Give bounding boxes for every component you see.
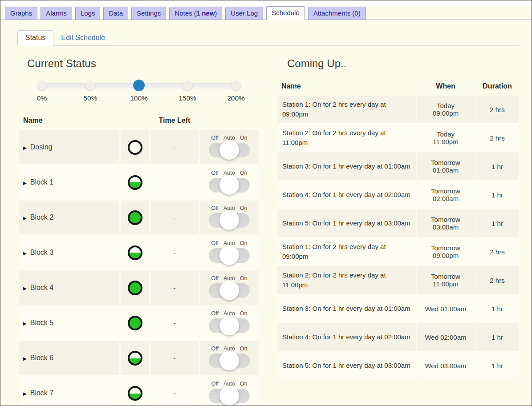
slider-stop-150[interactable] (183, 80, 192, 90)
time-left-cell: - (150, 165, 199, 199)
status-row-name-cell[interactable]: ▶Block 7 (19, 376, 119, 406)
toggle-cell: OffAutoOn (200, 201, 259, 234)
toggle-knob-auto[interactable] (219, 140, 239, 160)
status-row-name-cell[interactable]: ▶Block 1 (19, 165, 119, 199)
slider-stop-0[interactable] (37, 80, 47, 90)
status-row-name: Block 2 (30, 213, 53, 221)
time-left-cell: - (150, 201, 199, 234)
toggle-knob-auto[interactable] (219, 386, 239, 406)
status-row-name-cell[interactable]: ▶Dosing (19, 130, 119, 164)
when-line: Wed 01:00am (417, 305, 475, 313)
tab-logs[interactable]: Logs (75, 7, 101, 20)
slider-stop-100[interactable] (133, 80, 145, 91)
subtab-edit-schedule[interactable]: Edit Schedule (53, 31, 113, 45)
toggle-switch[interactable] (209, 143, 250, 157)
toggle-off-label[interactable]: Off (211, 135, 219, 141)
expand-arrow-icon[interactable]: ▶ (23, 356, 27, 361)
toggle-control: OffAutoOn (206, 381, 252, 403)
expand-arrow-icon[interactable]: ▶ (23, 181, 27, 185)
status-row-name-cell[interactable]: ▶Block 6 (19, 341, 119, 375)
toggle-switch[interactable] (209, 213, 250, 228)
when-line: 09:00pm (417, 252, 475, 259)
status-row-name-cell[interactable]: ▶Block 3 (19, 236, 119, 269)
time-left-cell: - (150, 130, 199, 164)
status-row: ▶Block 3-OffAutoOn (19, 236, 259, 269)
toggle-on-label[interactable]: On (240, 310, 248, 317)
toggle-knob-auto[interactable] (219, 351, 239, 370)
toggle-switch[interactable] (209, 318, 250, 333)
toggle-on-label[interactable]: On (240, 381, 248, 387)
status-indicator-full (128, 281, 142, 295)
expand-arrow-icon[interactable]: ▶ (23, 145, 27, 150)
status-slider[interactable]: 0%50%100%150%200% (37, 80, 241, 106)
status-indicator-half (128, 351, 142, 366)
toggle-off-label[interactable]: Off (211, 346, 219, 352)
toggle-knob-auto[interactable] (219, 281, 239, 300)
coming-up-name: Station 2: On for 2 hrs every day at 11:… (277, 124, 416, 152)
toggle-control: OffAutoOn (206, 346, 252, 368)
toggle-knob-auto[interactable] (219, 316, 239, 335)
toggle-cell: OffAutoOn (200, 165, 259, 199)
expand-arrow-icon[interactable]: ▶ (23, 391, 27, 396)
toggle-knob-auto[interactable] (219, 245, 239, 265)
toggle-switch[interactable] (209, 389, 250, 403)
toggle-knob-auto[interactable] (219, 210, 239, 230)
tab-attachments-0[interactable]: Attachments (0) (308, 7, 366, 20)
expand-arrow-icon[interactable]: ▶ (23, 216, 27, 221)
tab-user-log[interactable]: User Log (225, 7, 263, 20)
toggle-off-label[interactable]: Off (211, 170, 219, 176)
toggle-cell: OffAutoOn (200, 271, 259, 305)
status-row-name-cell[interactable]: ▶Block 4 (19, 271, 119, 305)
when-line: 01:00am (417, 166, 475, 174)
tab-label: Graphs (10, 9, 32, 17)
coming-up-name: Station 1: On for 2 hrs every day at 09:… (277, 96, 416, 123)
toggle-switch[interactable] (209, 248, 250, 263)
expand-arrow-icon[interactable]: ▶ (23, 251, 27, 256)
toggle-control: OffAutoOn (206, 275, 252, 298)
toggle-off-label[interactable]: Off (211, 240, 219, 246)
status-header-indicator (121, 112, 149, 129)
toggle-on-label[interactable]: On (240, 240, 248, 246)
status-indicator-empty (128, 140, 142, 155)
toggle-switch[interactable] (209, 178, 250, 193)
toggle-on-label[interactable]: On (240, 205, 248, 211)
slider-stop-200[interactable] (231, 80, 241, 90)
status-row: ▶Block 4-OffAutoOn (19, 271, 259, 305)
tab-data[interactable]: Data (103, 7, 128, 20)
coming-up-row: Station 2: On for 2 hrs every day at 11:… (277, 124, 519, 152)
toggle-switch[interactable] (209, 354, 250, 368)
tab-label: Schedule (272, 9, 300, 16)
tab-settings[interactable]: Settings (131, 7, 166, 20)
when-line: 02:00am (417, 195, 475, 202)
status-indicator-half (128, 175, 142, 190)
tab-alarms[interactable]: Alarms (41, 7, 72, 20)
toggle-knob-auto[interactable] (219, 175, 239, 195)
toggle-cell: OffAutoOn (200, 306, 259, 340)
status-row-name-cell[interactable]: ▶Block 5 (19, 306, 119, 340)
tab-label: Alarms (46, 9, 67, 17)
expand-arrow-icon[interactable]: ▶ (23, 321, 27, 326)
tab-notes[interactable]: Notes (1 new) (169, 7, 222, 20)
coming-up-name: Station 5: On for 1 hr every day at 03:0… (277, 209, 416, 237)
toggle-off-label[interactable]: Off (211, 381, 219, 387)
tab-graphs[interactable]: Graphs (5, 7, 37, 20)
toggle-off-label[interactable]: Off (211, 205, 219, 211)
toggle-on-label[interactable]: On (240, 346, 248, 352)
toggle-control: OffAutoOn (206, 205, 252, 228)
toggle-on-label[interactable]: On (240, 275, 248, 281)
toggle-on-label[interactable]: On (240, 170, 248, 176)
tab-schedule[interactable]: Schedule (266, 6, 305, 20)
toggle-on-label[interactable]: On (240, 135, 248, 141)
subtab-status[interactable]: Status (17, 30, 53, 46)
status-indicator-cell (121, 130, 149, 164)
tab-label: Settings (137, 9, 161, 17)
time-left-cell: - (150, 376, 199, 406)
slider-stop-50[interactable] (85, 80, 95, 90)
coming-up-duration: 1 hr (475, 295, 519, 322)
top-strip (0, 0, 532, 6)
expand-arrow-icon[interactable]: ▶ (23, 286, 27, 291)
toggle-off-label[interactable]: Off (211, 310, 219, 317)
status-row-name-cell[interactable]: ▶Block 2 (19, 201, 119, 234)
toggle-switch[interactable] (209, 283, 250, 298)
toggle-off-label[interactable]: Off (211, 275, 219, 281)
